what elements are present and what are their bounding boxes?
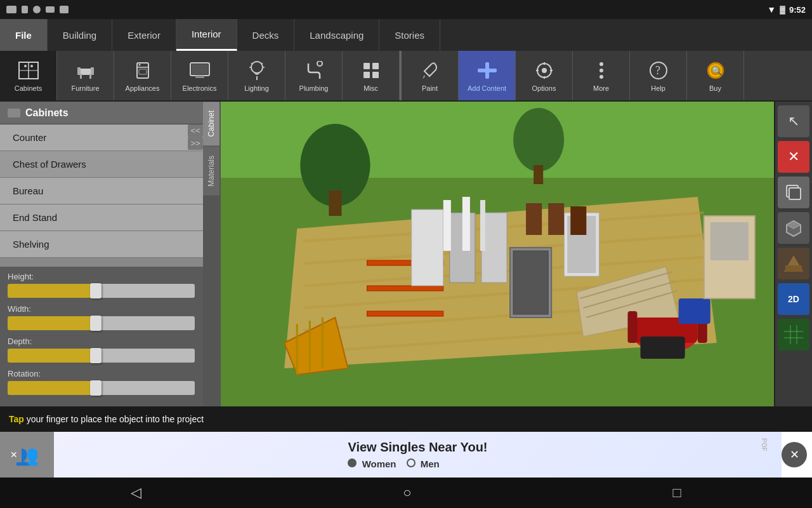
icon-toolbar: Cabinets Furniture Appliances Electronic…	[0, 51, 812, 102]
left-panel: Cabinets << >> Counter Chest of Drawers …	[0, 102, 203, 406]
svg-rect-30	[478, 69, 497, 72]
svg-rect-95	[785, 265, 802, 272]
grid-btn[interactable]	[778, 319, 809, 351]
tab-interior[interactable]: Interior	[176, 19, 237, 51]
sliders-area: Height: Width: Depth: Rotation:	[0, 267, 203, 406]
box-btn[interactable]	[778, 212, 809, 244]
depth-slider[interactable]	[8, 349, 195, 363]
svg-rect-25	[363, 63, 370, 69]
tab-file[interactable]: File	[0, 19, 48, 51]
tab-cabinet[interactable]: Cabinet	[203, 102, 219, 145]
height-label: Height:	[8, 272, 195, 281]
svg-rect-50	[534, 165, 543, 184]
svg-point-4	[30, 65, 33, 67]
toolbar-help[interactable]: ? Help	[630, 51, 687, 100]
toolbar-misc[interactable]: Misc	[343, 51, 400, 100]
ad-banner: ✕ 👥 View Singles Near You! Women Men POF…	[0, 432, 812, 478]
list-item-shelving[interactable]: Shelving	[0, 231, 203, 258]
ad-options: Women Men	[348, 458, 487, 469]
height-thumb[interactable]	[90, 283, 102, 298]
delete-btn[interactable]: ✕	[778, 141, 809, 173]
toolbar-cabinets[interactable]: Cabinets	[0, 51, 57, 100]
svg-rect-80	[641, 337, 685, 359]
status-message: Tap your finger to place the object into…	[9, 414, 204, 424]
2d-btn[interactable]: 2D	[778, 283, 809, 315]
toolbar-addcontent[interactable]: Add Content	[459, 51, 516, 100]
tab-stories[interactable]: Stories	[379, 19, 440, 51]
tab-materials[interactable]: Materials	[203, 147, 219, 196]
list-item-endstand[interactable]: End Stand	[0, 204, 203, 231]
collapse-right-btn[interactable]: >>	[188, 137, 203, 150]
tab-exterior[interactable]: Exterior	[112, 19, 176, 51]
bottom-status: Tap your finger to place the object into…	[0, 406, 812, 432]
ad-close-x[interactable]: ✕	[6, 447, 22, 462]
svg-rect-17	[195, 76, 204, 78]
nav-back-btn[interactable]: ◁	[131, 485, 141, 501]
svg-rect-26	[372, 63, 379, 69]
icon-camera	[46, 6, 55, 13]
tab-bar: File Building Exterior Interior Decks La…	[0, 19, 812, 51]
list-item-counter[interactable]: Counter	[0, 124, 203, 151]
misc-icon	[360, 59, 383, 82]
radio-women-dot	[348, 458, 357, 467]
svg-rect-88	[462, 197, 470, 251]
more-icon	[590, 59, 613, 82]
width-thumb[interactable]	[90, 316, 102, 331]
nav-recent-btn[interactable]: □	[673, 485, 681, 501]
height-slider[interactable]	[8, 284, 195, 298]
width-label: Width:	[8, 304, 195, 314]
material-btn[interactable]	[778, 248, 809, 279]
3d-view[interactable]	[221, 102, 774, 406]
options-label: Options	[532, 84, 556, 92]
svg-point-3	[24, 65, 27, 67]
icon-phone	[22, 6, 28, 13]
svg-rect-69	[513, 251, 548, 314]
tab-decks[interactable]: Decks	[237, 19, 295, 51]
toolbar-appliances[interactable]: Appliances	[114, 51, 171, 100]
svg-rect-89	[480, 200, 485, 251]
ad-text-area: View Singles Near You! Women Men	[348, 440, 487, 469]
svg-rect-66	[450, 213, 475, 283]
panel-header-icon	[8, 109, 20, 117]
svg-rect-63	[367, 286, 443, 291]
paint-icon	[419, 59, 442, 82]
copy-btn[interactable]	[778, 177, 809, 208]
svg-rect-86	[570, 206, 586, 235]
svg-rect-91	[789, 188, 801, 199]
status-icons-left	[6, 6, 69, 13]
ad-close-btn[interactable]: ✕	[782, 442, 807, 467]
furniture-icon	[74, 59, 97, 82]
rotation-slider[interactable]	[8, 381, 195, 395]
toolbar-electronics[interactable]: Electronics	[171, 51, 228, 100]
rotation-thumb[interactable]	[90, 380, 102, 396]
tab-landscaping[interactable]: Landscaping	[294, 19, 379, 51]
nav-home-btn[interactable]: ○	[403, 485, 411, 501]
toolbar-buy[interactable]: 🔍 Buy	[687, 51, 744, 100]
right-toolbar: ↖ ✕ 2D	[774, 102, 812, 406]
toolbar-plumbing[interactable]: Plumbing	[285, 51, 343, 100]
toolbar-paint[interactable]: Paint	[402, 51, 459, 100]
scene-svg	[221, 102, 774, 406]
appliances-icon	[131, 59, 154, 82]
toolbar-more[interactable]: More	[573, 51, 630, 100]
cursor-btn[interactable]: ↖	[778, 105, 809, 137]
list-item-chest[interactable]: Chest of Drawers	[0, 151, 203, 178]
status-bar: ▼ ▓ 9:52	[0, 0, 812, 19]
collapse-left-btn[interactable]: <<	[188, 124, 203, 137]
buy-label: Buy	[709, 84, 721, 92]
tab-building[interactable]: Building	[48, 19, 112, 51]
ad-content: View Singles Near You! Women Men POF	[54, 432, 782, 478]
furniture-label: Furniture	[71, 84, 99, 92]
list-item-bureau[interactable]: Bureau	[0, 178, 203, 204]
android-nav: ◁ ○ □	[0, 478, 812, 508]
toolbar-furniture[interactable]: Furniture	[57, 51, 114, 100]
width-slider[interactable]	[8, 316, 195, 330]
ad-radio-women: Women	[348, 458, 396, 469]
main-area: Cabinets << >> Counter Chest of Drawers …	[0, 102, 812, 406]
svg-rect-64	[367, 311, 443, 316]
depth-thumb[interactable]	[90, 348, 102, 363]
toolbar-options[interactable]: Options	[516, 51, 573, 100]
svg-rect-28	[372, 72, 379, 78]
toolbar-lighting[interactable]: Lighting	[228, 51, 285, 100]
svg-rect-81	[679, 298, 710, 324]
